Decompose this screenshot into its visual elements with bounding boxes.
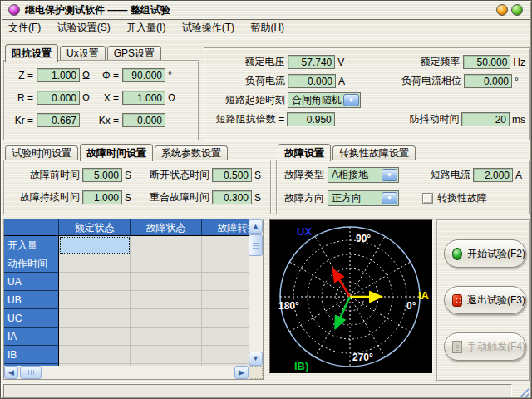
manual-trigger-button[interactable]: 手动触发(F4): [444, 332, 526, 361]
open-state-input[interactable]: 0.500: [212, 168, 252, 182]
rated-freq-label: 额定频率: [352, 55, 460, 69]
prefault-label: 故障前时间: [8, 168, 80, 182]
menu-file[interactable]: 文件(F): [2, 19, 47, 37]
row-header[interactable]: 动作时间: [4, 254, 59, 273]
label-0deg: 0°: [406, 300, 416, 312]
impedance-multiple-input[interactable]: 0.950: [287, 112, 335, 126]
convert-fault-checkbox[interactable]: [422, 193, 433, 204]
load-current-input[interactable]: 0.000: [288, 74, 336, 88]
scroll-left-icon[interactable]: ◀: [4, 366, 18, 379]
x-unit: Ω: [165, 92, 175, 104]
debounce-input[interactable]: 20: [461, 112, 510, 126]
timing-body: 故障前时间 5.000 S 断开状态时间 0.500 S 故障持续时间 1.00…: [3, 160, 272, 215]
table-row: UB: [4, 291, 249, 309]
short-start-label: 短路起始时刻: [209, 93, 285, 107]
table-row: IB: [4, 346, 249, 364]
fault-type-dropdown[interactable]: A相接地 ▼: [328, 167, 399, 183]
impedance-multiple-label: 短路阻抗倍数 =: [209, 112, 284, 126]
table-row: UA: [4, 273, 249, 291]
tab-ux-settings[interactable]: Ux设置: [60, 46, 106, 61]
phi-input[interactable]: 90.000: [122, 68, 165, 82]
phi-label: Φ =: [94, 70, 119, 81]
tab-fault-settings[interactable]: 故障设置: [278, 144, 331, 161]
menu-test-settings[interactable]: 试验设置(S): [51, 19, 117, 37]
row-header[interactable]: IA: [4, 328, 59, 346]
phasor-vectors: [333, 269, 382, 328]
short-current-label: 短路电流: [417, 168, 470, 182]
row-header[interactable]: UB: [4, 291, 59, 309]
result-table: 额定状态 故障状态 故障转换 开入量 动作时间 UA UB: [3, 219, 264, 380]
col-header-rated-state[interactable]: 额定状态: [59, 219, 131, 236]
load-phase-input[interactable]: 0.000: [464, 74, 512, 88]
row-header[interactable]: UC: [4, 309, 59, 328]
fault-duration-unit: S: [122, 192, 136, 204]
kr-label: Kr =: [10, 115, 33, 126]
corner-header-cell: [4, 219, 59, 236]
table-row: 开入量: [4, 236, 249, 254]
x-input[interactable]: 1.000: [122, 91, 165, 105]
fault-panel: 故障设置 转换性故障设置 故障类型 A相接地 ▼ 短路电流 2.000 A 故障…: [276, 144, 530, 215]
tab-convert-fault-settings[interactable]: 转换性故障设置: [332, 145, 416, 160]
tab-gps-settings[interactable]: GPS设置: [107, 46, 161, 61]
impedance-body: Z = 1.000 Ω Φ = 90.000 ° R = 0.000 Ω X =…: [3, 60, 200, 141]
scroll-down-icon[interactable]: ▼: [249, 352, 263, 366]
exit-test-button[interactable]: 退出试验(F3): [444, 286, 526, 314]
source-panel: 额定电压 57.740 V 额定频率 50.000 Hz 负荷电流 0.000 …: [204, 47, 530, 141]
resize-grip[interactable]: [517, 386, 529, 397]
table-cell-selected[interactable]: [59, 236, 131, 254]
label-180deg: 180°: [278, 300, 299, 312]
tab-system-params[interactable]: 系统参数设置: [155, 145, 228, 160]
stop-icon: [452, 294, 462, 307]
chevron-down-icon[interactable]: ▼: [382, 192, 397, 204]
kx-input[interactable]: 0.000: [122, 113, 165, 127]
prefault-input[interactable]: 5.000: [82, 168, 122, 182]
horizontal-scrollbar[interactable]: ◀ ▶: [4, 366, 249, 379]
row-header[interactable]: 开入量: [4, 236, 59, 254]
start-icon: [452, 248, 462, 260]
label-ib: IB): [294, 360, 308, 372]
fault-direction-dropdown[interactable]: 正方向 ▼: [328, 190, 399, 206]
r-input[interactable]: 0.000: [37, 91, 80, 105]
rated-freq-input[interactable]: 50.000: [463, 55, 511, 69]
row-header[interactable]: IB: [4, 346, 59, 364]
row-header[interactable]: UA: [4, 273, 59, 291]
app-window: { "window": {"title": "继电保护测试软件 —— 整组试验"…: [0, 0, 532, 399]
vertical-scrollbar[interactable]: ▲ ▼: [249, 219, 263, 366]
col-header-fault-convert[interactable]: 故障转换: [202, 219, 249, 236]
col-header-fault-state[interactable]: 故障状态: [131, 219, 202, 236]
menu-test-operation[interactable]: 试验操作(T): [175, 19, 241, 37]
fault-duration-input[interactable]: 1.000: [82, 190, 122, 204]
tab-impedance-settings[interactable]: 阻抗设置: [5, 44, 58, 62]
short-start-dropdown[interactable]: 合闸角随机 ▼: [288, 92, 361, 108]
x-label: X =: [94, 92, 119, 104]
vertical-scroll-thumb[interactable]: [249, 234, 263, 256]
fault-type-label: 故障类型: [281, 168, 324, 182]
app-icon[interactable]: [8, 4, 20, 16]
z-input[interactable]: 1.000: [37, 68, 80, 82]
reclose-fault-input[interactable]: 0.300: [212, 190, 252, 204]
scroll-right-icon[interactable]: ▶: [234, 366, 249, 379]
close-button[interactable]: [511, 4, 523, 16]
start-test-button[interactable]: 开始试验(F2): [444, 239, 526, 268]
load-phase-label: 负荷电流相位: [353, 74, 461, 88]
tab-test-time[interactable]: 试验时间设置: [5, 145, 78, 160]
horizontal-scroll-thumb[interactable]: [20, 366, 42, 379]
menu-help[interactable]: 帮助(H): [244, 19, 291, 37]
action-button-panel: 开始试验(F2) 退出试验(F3) 手动触发(F4): [436, 219, 530, 382]
exit-test-label: 退出试验(F3): [467, 293, 525, 308]
rated-voltage-input[interactable]: 57.740: [288, 55, 336, 69]
minimize-button[interactable]: [496, 4, 508, 16]
chevron-down-icon[interactable]: ▼: [343, 94, 359, 106]
short-current-input[interactable]: 2.000: [473, 168, 513, 182]
z-unit: Ω: [80, 70, 94, 81]
kx-label: Kx =: [94, 115, 119, 126]
tab-fault-time[interactable]: 故障时间设置: [80, 144, 153, 161]
timing-tabstrip: 试验时间设置 故障时间设置 系统参数设置: [5, 144, 272, 160]
menu-binary-input[interactable]: 开入量(I): [120, 19, 172, 37]
fault-direction-label: 故障方向: [281, 191, 324, 205]
chevron-down-icon[interactable]: ▼: [382, 169, 397, 181]
fault-duration-label: 故障持续时间: [8, 190, 80, 204]
kr-input[interactable]: 0.667: [37, 113, 80, 127]
scroll-up-icon[interactable]: ▲: [249, 219, 263, 234]
z-label: Z =: [10, 70, 33, 81]
